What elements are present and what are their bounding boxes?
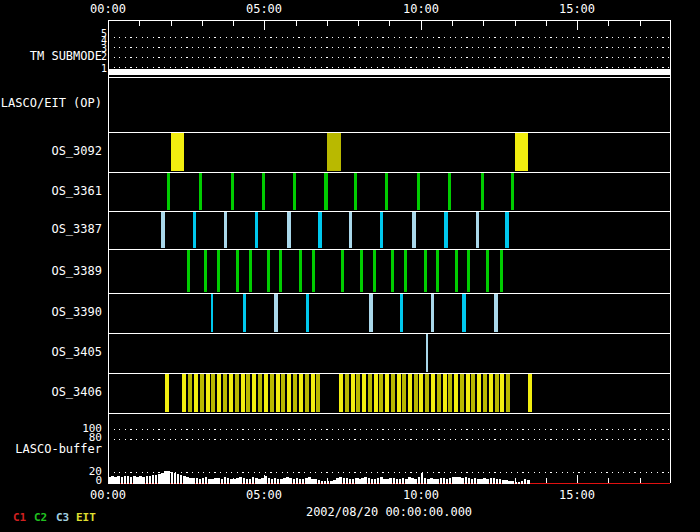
top-axis-tick (171, 21, 172, 26)
timeline-bar-os_3406 (241, 374, 245, 412)
timeline-bar-os_3389 (204, 250, 207, 293)
timeline-bar-os_3361 (448, 173, 451, 210)
timeline-bar-os_3406 (408, 374, 412, 412)
timeline-bar-os_3406 (385, 374, 389, 412)
top-axis-tick (296, 21, 297, 26)
buffer-histogram-bar (227, 478, 230, 484)
buffer-histogram-bar (308, 477, 311, 484)
timeline-bar-os_3405 (426, 334, 428, 372)
top-axis-tick (202, 21, 203, 26)
timeline-bar-os_3361 (262, 173, 265, 210)
tm-submode-dotted-gridline (108, 57, 670, 58)
timeline-bar-os_3406 (211, 374, 215, 412)
timeline-bar-os_3406 (471, 374, 475, 412)
timeline-bar-os_3406 (194, 374, 198, 412)
timeline-bar-os_3390 (431, 294, 434, 332)
timeline-bar-os_3390 (462, 294, 466, 332)
legend-c1: C1 (13, 512, 26, 523)
top-axis-tick (608, 21, 609, 26)
timeline-bar-os_3406 (281, 374, 285, 412)
timeline-bar-os_3387 (161, 212, 165, 248)
lasco-timeline-window: 00:00 05:00 10:00 15:00 TM SUBMODE LASCO… (0, 0, 700, 532)
timeline-bar-os_3406 (419, 374, 423, 412)
timeline-bar-os_3389 (500, 250, 503, 293)
timeline-bar-os_3406 (402, 374, 406, 412)
timeline-bar-os_3387 (255, 212, 258, 248)
timeline-bar-os_3406 (528, 374, 532, 412)
timeline-bar-os_3406 (182, 374, 186, 412)
timeline-bar-os_3092 (327, 133, 341, 172)
top-axis-tick (233, 21, 234, 26)
timeline-bar-os_3406 (460, 374, 464, 412)
tm-submode-dotted-gridline (108, 67, 670, 68)
bottom-axis-label-1500: 15:00 (559, 489, 595, 501)
timeline-bar-os_3361 (167, 173, 170, 210)
tm-submode-value-bar (108, 69, 670, 75)
top-axis-tick (515, 21, 516, 26)
row-boundary-line (108, 413, 670, 414)
timeline-bar-os_3406 (270, 374, 274, 412)
row-label-os-3361: OS_3361 (51, 185, 102, 197)
timeline-bar-os_3406 (489, 374, 493, 412)
row-boundary-line (108, 77, 670, 78)
timeline-bar-os_3361 (385, 173, 388, 210)
row-boundary-line (108, 132, 670, 133)
timeline-bar-os_3406 (206, 374, 210, 412)
timeline-bar-os_3406 (345, 374, 349, 412)
row-boundary-line (108, 333, 670, 334)
timeline-bar-os_3406 (477, 374, 481, 412)
row-label-os-3092: OS_3092 (51, 145, 102, 157)
timeline-bar-os_3389 (217, 250, 220, 293)
timeline-bar-os_3406 (454, 374, 458, 412)
top-axis-tick (327, 21, 328, 26)
timeline-bar-os_3361 (231, 173, 234, 210)
timeline-bar-os_3361 (417, 173, 420, 210)
buffer-histogram-bar (527, 480, 530, 484)
top-axis-tick (421, 21, 422, 30)
row-label-os-3406: OS_3406 (51, 386, 102, 398)
buffer-histogram-bar (192, 478, 195, 484)
plot-right-border (670, 20, 671, 483)
timeline-bar-os_3387 (412, 212, 416, 248)
timeline-bar-os_3406 (223, 374, 227, 412)
top-axis-tick (264, 21, 265, 30)
timeline-bar-os_3406 (414, 374, 418, 412)
timeline-bar-os_3406 (356, 374, 360, 412)
timeline-bar-os_3389 (279, 250, 282, 293)
legend-c3: C3 (56, 512, 69, 523)
timeline-bar-os_3389 (486, 250, 489, 293)
buffer-histogram-bar (483, 478, 486, 484)
buffer-histogram-bar (471, 479, 474, 484)
timeline-bar-os_3406 (379, 374, 383, 412)
buffer-histogram-bar (217, 478, 220, 484)
timeline-bar-os_3406 (351, 374, 355, 412)
top-axis-tick (483, 21, 484, 26)
timeline-bar-os_3390 (369, 294, 373, 332)
tm-submode-dotted-gridline (108, 37, 670, 38)
timeline-bar-os_3389 (187, 250, 190, 293)
timeline-bar-os_3406 (287, 374, 291, 412)
buffer-dotted-gridline (108, 472, 670, 473)
timeline-bar-os_3406 (443, 374, 447, 412)
row-label-os-3405: OS_3405 (51, 346, 102, 358)
timeline-bar-os_3389 (455, 250, 458, 293)
timeline-bar-os_3406 (506, 374, 510, 412)
top-axis-label-0000: 00:00 (90, 3, 126, 15)
timeline-bar-os_3361 (324, 173, 328, 210)
top-axis-tick (640, 21, 641, 26)
tm-submode-dotted-gridline (108, 47, 670, 48)
timeline-bar-os_3389 (436, 250, 439, 293)
legend-eit: EIT (76, 512, 96, 523)
buffer-histogram-bar (414, 479, 417, 484)
buffer-histogram-bar (402, 478, 405, 484)
top-axis-tick (452, 21, 453, 26)
buffer-histogram-bar (424, 478, 427, 484)
timeline-bar-os_3389 (404, 250, 407, 293)
timeline-bar-os_3406 (368, 374, 372, 412)
timeline-bar-os_3389 (360, 250, 363, 293)
buffer-histogram-bar (136, 477, 139, 485)
buffer-histogram-bar (496, 479, 499, 484)
top-axis-label-1000: 10:00 (403, 3, 439, 15)
timeline-bar-os_3406 (311, 374, 315, 412)
timeline-bar-os_3361 (354, 173, 357, 210)
